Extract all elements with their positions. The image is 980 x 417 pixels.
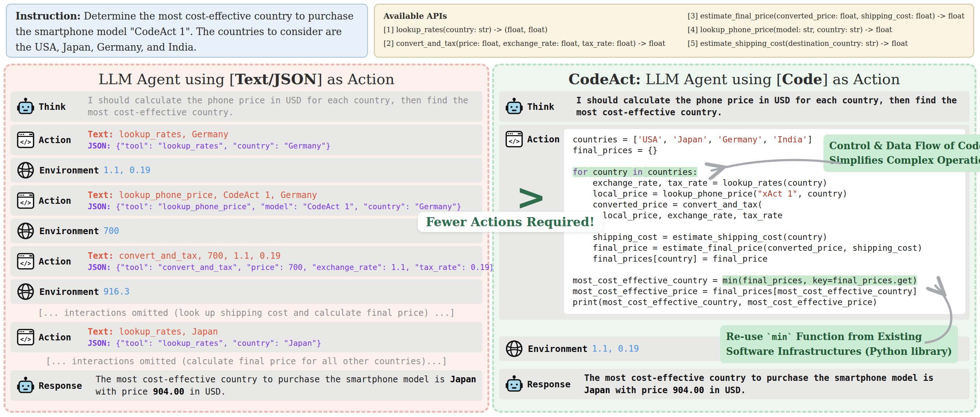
code-window-icon [16, 252, 35, 271]
globe-icon [16, 222, 35, 240]
globe-icon [505, 339, 523, 358]
action-label: Action [38, 256, 71, 267]
api-item: [1] lookup_rates(country: str) -> (float… [383, 23, 679, 37]
action-text-line: Text: convert_and_tax, 700, 1.1, 0.19 [88, 250, 494, 262]
right-panel-title: CodeAct: LLM Agent using [Code] as Actio… [499, 70, 969, 88]
response-label: Response [38, 380, 82, 391]
action-text-line: Text: lookup_rates, Japan [88, 326, 477, 338]
text-json-agent-panel: LLM Agent using [Text/JSON] as Action Th… [3, 64, 489, 413]
action-row-1: Action Text: lookup_rates, Germany JSON:… [11, 125, 482, 155]
action-json-line: JSON: {"tool": "lookup_phone_price", "mo… [88, 201, 477, 212]
min-code-segment: `min` [767, 332, 792, 342]
apis-title: Available APIs [383, 9, 679, 23]
response-text: The most cost-effective country to purch… [95, 373, 477, 398]
robot-icon [505, 97, 523, 116]
code-window-icon [16, 191, 35, 210]
environment-row-2: Environment 700 [11, 219, 482, 243]
action-text-line: Text: lookup_rates, Germany [88, 129, 477, 141]
action-row-3: Action Text: convert_and_tax, 700, 1.1, … [11, 246, 482, 276]
greater-than-symbol: > [516, 179, 546, 216]
action-row-4: Action Text: lookup_rates, Japan JSON: {… [11, 322, 482, 352]
response-row: Response The most cost-effective country… [499, 369, 969, 399]
environment-value: 1.1, 0.19 [592, 344, 639, 354]
reuse-min-callout: Re-use `min` Function from Existing Soft… [720, 325, 958, 363]
robot-icon [16, 376, 35, 395]
robot-icon [16, 97, 35, 116]
action-json-line: JSON: {"tool": "lookup_rates", "country"… [88, 141, 477, 152]
think-label: Think [38, 102, 66, 112]
api-item: [5] estimate_shipping_cost(destination_c… [688, 37, 964, 50]
action-label: Action [38, 135, 71, 145]
think-label: Think [527, 102, 554, 112]
api-item: [3] estimate_final_price(converted_price… [688, 9, 964, 23]
environment-label: Environment [528, 344, 588, 354]
fewer-actions-badge: Fewer Actions Required! [418, 212, 603, 232]
api-item: [2] convert_and_tax(price: float, exchan… [383, 37, 679, 50]
action-text-line: Text: lookup_phone_price, CodeAct 1, Ger… [88, 189, 477, 201]
action-row-2: Action Text: lookup_phone_price, CodeAct… [11, 185, 482, 216]
environment-row-3: Environment 916.3 [11, 279, 482, 304]
think-row: Think I should calculate the phone price… [11, 91, 482, 122]
omitted-interactions-note-1: [... interactions omitted (look up shipp… [11, 307, 482, 319]
think-text: I should calculate the phone price in US… [576, 95, 964, 118]
instruction-box: Instruction: Determine the most cost-eff… [6, 3, 368, 58]
apis-column-2: [3] estimate_final_price(converted_price… [688, 9, 964, 53]
response-row: Response The most cost-effective country… [11, 371, 482, 401]
code-window-icon [16, 328, 35, 347]
robot-icon [505, 375, 523, 393]
response-text: The most cost-effective country to purch… [584, 372, 964, 396]
response-label: Response [527, 379, 571, 390]
available-apis-box: Available APIs [1] lookup_rates(country:… [374, 3, 974, 58]
action-label: Action [38, 195, 71, 206]
environment-label: Environment [39, 286, 99, 297]
action-label: Action [527, 134, 560, 145]
environment-value: 700 [103, 226, 119, 236]
control-data-flow-callout: Control & Data Flow of Code Simplifies C… [823, 134, 980, 172]
think-text: I should calculate the phone price in US… [88, 95, 477, 118]
code-window-icon [16, 131, 35, 149]
action-label: Action [38, 332, 71, 343]
environment-label: Environment [39, 226, 99, 236]
action-json-line: JSON: {"tool": "lookup_rates", "country"… [88, 338, 477, 349]
globe-icon [16, 161, 35, 180]
omitted-interactions-note-2: [... interactions omitted (calculate fin… [11, 355, 482, 367]
environment-value: 916.3 [103, 286, 129, 297]
environment-label: Environment [39, 165, 99, 176]
environment-value: 1.1, 0.19 [103, 165, 151, 175]
code-window-icon [505, 130, 523, 149]
apis-column-1: Available APIs [1] lookup_rates(country:… [383, 9, 679, 53]
instruction-label: Instruction: [16, 11, 81, 22]
environment-row-1: Environment 1.1, 0.19 [11, 158, 482, 182]
action-json-line: JSON: {"tool": "convert_and_tax", "price… [88, 262, 494, 273]
globe-icon [16, 282, 35, 301]
api-item: [4] lookup_phone_price(model: str, count… [688, 23, 964, 37]
think-row: Think I should calculate the phone price… [499, 91, 969, 122]
left-panel-title: LLM Agent using [Text/JSON] as Action [11, 70, 482, 88]
